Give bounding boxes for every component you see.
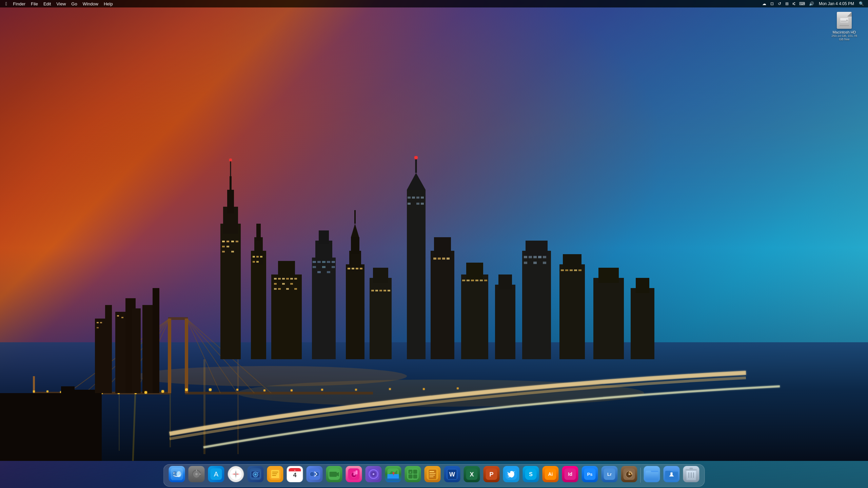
svg-rect-65 (282, 278, 285, 280)
svg-point-180 (180, 473, 180, 473)
svg-rect-115 (431, 251, 454, 359)
svg-rect-59 (253, 261, 255, 263)
macintosh-hd-icon[interactable]: Macintosh HD 250.14 GB, 101.78 GB free (831, 12, 858, 41)
dock-calendar[interactable]: 4 4 (286, 466, 304, 484)
svg-point-197 (235, 474, 236, 475)
icloud-icon[interactable]: ☁ (761, 1, 768, 6)
lightroom-icon: Lr (601, 466, 618, 482)
network-status-icon[interactable]: ⊡ (769, 1, 775, 6)
svg-rect-97 (360, 268, 362, 269)
dock-lightroom[interactable]: Lr (600, 466, 619, 484)
edit-menu[interactable]: Edit (41, 1, 53, 7)
window-menu[interactable]: Window (80, 1, 101, 7)
trash-icon (683, 466, 699, 482)
dock-migration[interactable] (305, 466, 324, 484)
svg-point-152 (144, 391, 147, 394)
desktop:  Finder File Edit View Go Window Help ☁… (0, 0, 868, 488)
svg-rect-70 (282, 283, 285, 285)
svg-rect-128 (484, 280, 487, 281)
screenshot-menubar-icon[interactable]: ⊞ (784, 1, 790, 6)
dock-folder1[interactable] (643, 466, 661, 484)
svg-rect-88 (327, 271, 330, 273)
calendar-icon: 4 4 (287, 466, 303, 482)
maps-icon (385, 466, 401, 482)
excel-icon: X (464, 466, 480, 482)
view-menu[interactable]: View (54, 1, 68, 7)
svg-rect-77 (315, 241, 332, 264)
hard-drive-icon-image (837, 12, 852, 29)
dock-powerpoint[interactable]: P (482, 466, 501, 484)
svg-point-156 (236, 389, 238, 391)
dock-safari[interactable] (227, 466, 245, 484)
svg-rect-127 (480, 280, 483, 281)
volume-icon[interactable]: 🔊 (808, 1, 815, 6)
svg-point-162 (423, 388, 425, 390)
help-menu[interactable]: Help (101, 1, 115, 7)
svg-rect-104 (388, 290, 390, 291)
go-menu[interactable]: Go (69, 1, 79, 7)
dock-stickies[interactable] (266, 466, 284, 484)
svg-rect-83 (332, 261, 335, 263)
timemachine-menubar-icon[interactable]: ↺ (776, 1, 783, 6)
svg-rect-85 (322, 266, 326, 268)
spotlight-icon[interactable]: 🔍 (857, 1, 865, 6)
svg-rect-132 (526, 241, 548, 258)
dock-skype[interactable]: S (522, 466, 540, 484)
svg-rect-96 (356, 268, 358, 269)
svg-rect-100 (371, 290, 374, 291)
dock-itunes[interactable] (345, 466, 363, 484)
svg-rect-76 (312, 258, 336, 359)
svg-rect-280 (690, 468, 693, 470)
pages-icon (425, 466, 441, 482)
dock-timemachine[interactable] (620, 466, 638, 484)
svg-rect-75 (294, 288, 297, 290)
svg-rect-45 (222, 241, 225, 242)
svg-rect-56 (253, 256, 255, 258)
macintosh-hd-label: Macintosh HD (832, 30, 856, 34)
svg-rect-94 (348, 268, 350, 269)
dock-illustrator[interactable]: Ai (541, 466, 560, 484)
svg-rect-39 (121, 317, 123, 318)
svg-rect-139 (533, 262, 537, 264)
apple-menu[interactable]:  (3, 1, 10, 6)
svg-rect-276 (671, 472, 673, 475)
dock-iphoto[interactable] (246, 466, 265, 484)
dock-trash[interactable] (682, 466, 701, 484)
dock-pages[interactable] (423, 466, 442, 484)
dock-maps[interactable] (384, 466, 402, 484)
dock-photoshop[interactable]: Ps (581, 466, 599, 484)
dock-airplay[interactable] (188, 466, 206, 484)
dock-dvd[interactable] (364, 466, 383, 484)
svg-rect-208 (272, 475, 276, 476)
svg-rect-110 (416, 197, 419, 199)
dock-word[interactable]: W (443, 466, 461, 484)
dock-excel[interactable]: X (463, 466, 481, 484)
dock-numbers[interactable]: # (404, 466, 422, 484)
bluetooth-icon[interactable]: ⑆ (791, 1, 796, 6)
wifi-icon[interactable]: ⌨ (798, 1, 806, 6)
svg-rect-57 (256, 256, 259, 258)
svg-rect-58 (260, 256, 262, 258)
svg-rect-51 (222, 251, 225, 252)
dock-appstore[interactable]: A (207, 466, 225, 484)
twitter-icon (503, 466, 519, 482)
svg-point-184 (196, 473, 197, 475)
svg-text:X: X (470, 471, 474, 478)
illustrator-icon: Ai (542, 466, 559, 482)
file-menu[interactable]: File (28, 1, 40, 7)
dock-indesign[interactable]: Id (561, 466, 579, 484)
svg-rect-130 (498, 274, 512, 290)
app-name-menu[interactable]: Finder (11, 1, 28, 7)
dock-downloads[interactable] (663, 466, 681, 484)
migration-icon (307, 466, 323, 482)
dock-finder[interactable] (168, 466, 186, 484)
svg-text:S: S (529, 471, 533, 477)
svg-rect-140 (543, 262, 546, 264)
dock-twitter[interactable] (502, 466, 520, 484)
finder-icon (169, 466, 185, 482)
svg-rect-71 (290, 283, 293, 285)
dock-facetime[interactable] (325, 466, 343, 484)
svg-marker-106 (407, 173, 426, 190)
svg-rect-117 (433, 258, 436, 260)
svg-rect-103 (383, 290, 386, 291)
